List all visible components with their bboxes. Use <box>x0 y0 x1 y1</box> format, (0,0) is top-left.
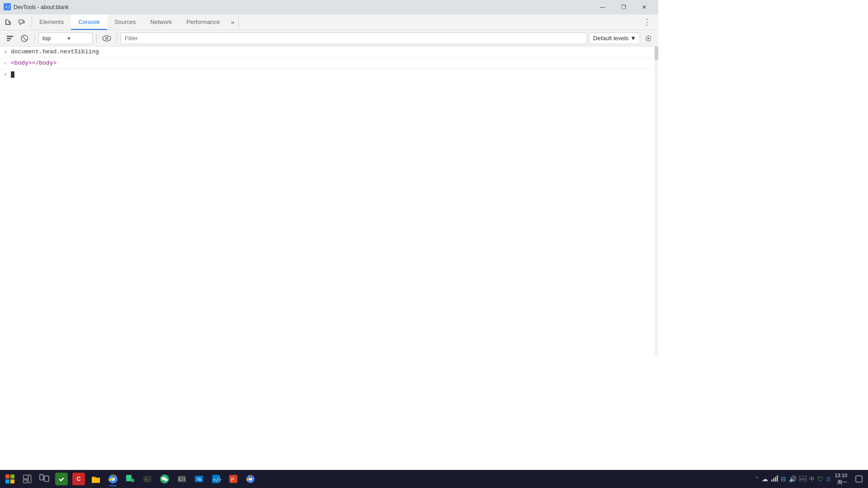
context-selector[interactable]: top ▼ <box>38 33 93 44</box>
console-entry-output: ‹ <body></body> <box>0 58 658 69</box>
tab-bar: Elements Console Sources Network Perform… <box>0 14 658 30</box>
tab-network[interactable]: Network <box>143 14 179 30</box>
console-toolbar: top ▼ Default levels ▼ <box>0 30 658 47</box>
svg-rect-7 <box>7 38 11 39</box>
context-selector-arrow: ▼ <box>66 36 89 41</box>
svg-point-13 <box>106 38 108 39</box>
more-tabs-button[interactable]: » <box>227 14 238 30</box>
devtools-icon: </> <box>4 3 11 12</box>
svg-rect-2 <box>19 20 23 23</box>
entry-expression: document.head.nextSibling <box>11 48 99 55</box>
toolbar-left-icons <box>2 14 28 30</box>
close-button[interactable]: ✕ <box>634 0 655 14</box>
tab-performance[interactable]: Performance <box>179 14 227 30</box>
tab-console[interactable]: Console <box>71 14 107 30</box>
inspect-element-button[interactable] <box>2 16 14 28</box>
cursor-arrow: › <box>4 71 7 78</box>
console-settings-button[interactable] <box>642 32 655 45</box>
window-controls: — ❐ ✕ <box>592 0 655 14</box>
entry-result: <body></body> <box>11 60 57 66</box>
toolbar-divider-1 <box>34 34 35 43</box>
cursor-caret <box>11 71 14 78</box>
svg-rect-3 <box>23 21 24 23</box>
tab-elements[interactable]: Elements <box>32 14 71 30</box>
default-levels-button[interactable]: Default levels ▼ <box>589 33 640 44</box>
restore-button[interactable]: ❐ <box>613 0 634 14</box>
html-open-tag: <body> <box>11 60 32 66</box>
execute-script-button[interactable] <box>4 32 16 45</box>
console-input-line[interactable]: › <box>0 69 658 80</box>
clear-console-button[interactable] <box>18 32 31 45</box>
titlebar: </> DevTools - about:blank — ❐ ✕ <box>0 0 658 14</box>
svg-rect-6 <box>7 36 13 37</box>
scrollbar[interactable] <box>655 47 658 356</box>
svg-text:</>: </> <box>5 5 11 9</box>
tab-sources[interactable]: Sources <box>107 14 143 30</box>
window-title: DevTools - about:blank <box>14 4 592 10</box>
scrollbar-thumb[interactable] <box>655 47 658 60</box>
entry-expand-arrow[interactable]: › <box>4 49 7 56</box>
filter-input[interactable] <box>121 33 587 44</box>
tab-divider-right <box>238 16 239 28</box>
toolbar-divider-2 <box>96 34 97 43</box>
svg-line-10 <box>22 36 27 41</box>
devtools-menu-button[interactable]: ⋮ <box>637 14 656 30</box>
toolbar-divider-3 <box>117 34 117 43</box>
html-close-tag: </body> <box>32 60 57 66</box>
minimize-button[interactable]: — <box>592 0 613 14</box>
console-entry-input: › document.head.nextSibling <box>0 47 658 58</box>
device-toolbar-button[interactable] <box>15 16 28 28</box>
console-content[interactable]: › document.head.nextSibling ‹ <body></bo… <box>0 47 658 356</box>
default-levels-arrow: ▼ <box>630 35 636 42</box>
entry-return-arrow[interactable]: ‹ <box>4 60 7 67</box>
svg-rect-8 <box>7 40 10 41</box>
live-expression-button[interactable] <box>100 32 113 45</box>
devtools-panel: Elements Console Sources Network Perform… <box>0 14 658 356</box>
